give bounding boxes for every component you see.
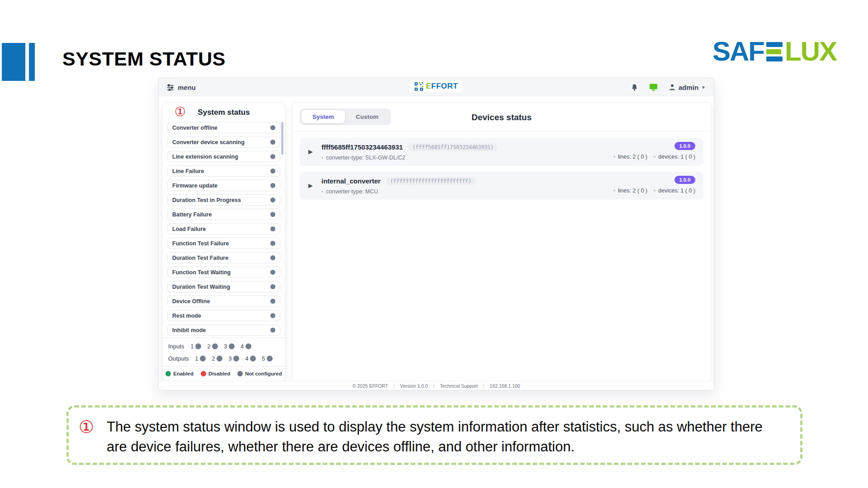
outputs-row: Outputs 1 2 3 4 5 [168,352,279,365]
status-indicator-dot [270,197,275,202]
status-item[interactable]: Battery Failure [167,209,280,220]
status-item-label: Function Test Waiting [172,269,231,276]
device-id: (ffff5685ff17503234463931) [408,143,498,151]
chevron-down-icon: ▼ [701,85,706,90]
status-item[interactable]: Converter offline [167,122,280,133]
status-item[interactable]: Firmware update [167,180,280,191]
safelux-logo-e [766,42,783,61]
legend-label: Enabled [173,371,193,376]
expand-arrow-icon[interactable]: ▶ [308,182,313,189]
legend-dot [165,371,171,376]
status-item-label: Converter device scanning [172,139,245,145]
status-item[interactable]: Rest mode [167,310,280,321]
status-indicator-dot [270,169,275,174]
device-id: (ffffffffffffffffffffffff) [386,177,476,185]
footer-separator: | [483,383,485,389]
status-item-label: Line Failure [172,168,204,174]
status-item[interactable]: Inhibit mode [167,324,280,336]
header-actions: admin ▼ [631,78,706,96]
status-indicator-dot [270,241,275,246]
status-item[interactable]: Duration Test Waiting [167,281,280,292]
slide: SYSTEM STATUS SAF LUX menu [0,0,868,488]
bullet-dot [654,156,656,158]
status-item-label: Load Failure [172,226,206,232]
legend-entry: Disabled [201,371,230,376]
bell-icon[interactable] [631,84,638,91]
footer-separator: | [433,383,434,389]
status-item[interactable]: Device Offline [167,296,280,307]
status-item-label: Function Test Failure [172,240,229,247]
device-converter-type: converter-type: MCU [326,188,378,195]
device-row[interactable]: ▶ ffff5685ff17503234463931 (ffff5685ff17… [300,138,703,166]
footer-item: Version 1.0.0 [400,383,428,389]
status-item[interactable]: Duration Test in Progress [167,194,280,206]
annotation-marker-1: ① [175,106,186,118]
channel-number: 4 [241,343,244,350]
device-converter-type: converter-type: SLX-GW-DL/C2 [326,155,406,161]
channel: 1 [195,356,206,362]
annotation-marker-1-ref: ① [79,418,94,436]
channel-status-dot [217,356,222,361]
footer-item[interactable]: Technical Support [440,383,477,389]
status-indicator-dot [270,125,275,130]
status-item[interactable]: Function Test Failure [167,238,280,249]
monitor-status-icon[interactable] [649,84,658,91]
devices-status-header: System Custom Devices status [292,103,711,131]
status-item[interactable]: Line extension scanning [167,151,280,162]
user-menu[interactable]: admin ▼ [669,84,706,91]
channel-number: 2 [207,343,210,350]
tab-system[interactable]: System [302,110,345,123]
status-item[interactable]: Converter device scanning [167,136,280,148]
channel-status-dot [245,343,251,349]
channel-status-dot [267,356,273,361]
bullet-dot [321,157,323,159]
channel: 3 [224,343,235,350]
lines-stat: lines: 2 ( 0 ) [613,188,647,194]
tab-custom[interactable]: Custom [345,110,389,123]
system-status-panel: ① System status Converter offline Conver… [162,102,285,382]
channel-number: 5 [262,356,265,362]
scrollbar-thumb[interactable] [281,122,283,155]
channel-number: 2 [212,356,215,362]
status-item[interactable]: Duration Test Failure [167,252,280,263]
devices-stat: devices: 1 ( 0 ) [654,188,695,194]
bullet-dot [613,190,615,192]
status-item[interactable]: Load Failure [167,223,280,235]
channel-number: 1 [195,356,198,362]
status-item-label: Duration Test Failure [172,255,228,261]
app-header: menu EFFOR [159,78,714,96]
device-stats: lines: 2 ( 0 ) devices: 1 ( 0 ) [613,154,695,160]
device-list: ▶ ffff5685ff17503234463931 (ffff5685ff17… [292,131,711,212]
channel-status-dot [195,343,201,349]
bullet-dot [321,191,323,192]
status-item-label: Duration Test Waiting [172,284,230,290]
channel-status-dot [229,343,235,349]
channel-number: 3 [228,356,231,362]
legend-dot [201,371,206,376]
app-window: menu EFFOR [158,78,714,390]
system-status-title: System status [198,108,250,117]
footer-separator: | [393,383,395,389]
deco-blue-square [2,43,25,81]
channel-status-dot [200,356,206,361]
channel: 2 [212,356,222,362]
status-item-label: Converter offline [172,125,217,131]
status-indicator-dot [270,313,275,318]
safelux-logo: SAF LUX [712,38,836,65]
channel: 1 [190,343,201,350]
app-footer: © 2025 EFFORT|Version 1.0.0|Technical Su… [159,381,714,390]
legend-label: Not configured [245,371,282,376]
status-indicator-dot [270,284,275,289]
status-item[interactable]: Line Failure [167,165,280,177]
status-legend: Enabled Disabled Not configured [163,366,285,382]
channel-status-dot [212,343,218,349]
page-title: SYSTEM STATUS [62,48,226,70]
status-indicator-dot [270,299,275,304]
legend-label: Disabled [208,371,230,376]
devices-status-panel: System Custom Devices status ▶ ffff5685f… [292,102,711,382]
menu-button[interactable]: menu [167,78,196,96]
status-item[interactable]: Function Test Waiting [167,267,280,278]
expand-arrow-icon[interactable]: ▶ [308,148,313,155]
status-item-label: Battery Failure [172,211,212,218]
device-row[interactable]: ▶ internal_converter (ffffffffffffffffff… [300,172,703,200]
